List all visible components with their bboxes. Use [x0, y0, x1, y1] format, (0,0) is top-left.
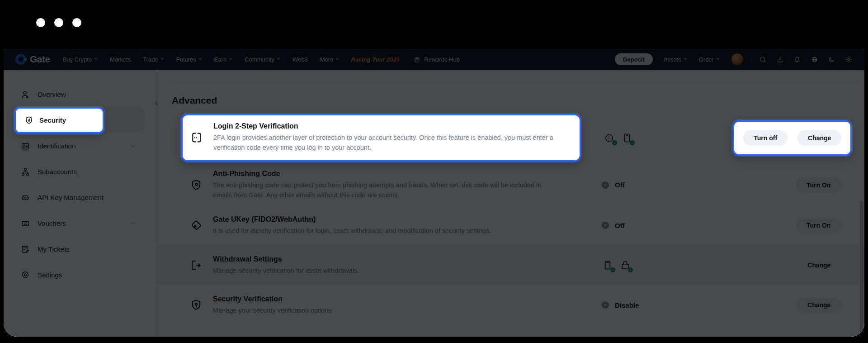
row-title: Login 2-Step Verification	[213, 122, 571, 130]
row-description: 2FA login provides another layer of prot…	[213, 133, 555, 152]
two-factor-icon	[190, 131, 203, 144]
sidebar-active-card[interactable]: Security	[14, 107, 104, 133]
window-control-dot[interactable]	[72, 18, 81, 27]
dim-overlay	[4, 49, 864, 337]
spotlight-row-card: Login 2-Step Verification2FA login provi…	[181, 114, 581, 162]
shield-check-icon	[24, 115, 34, 125]
window-control-dot[interactable]	[36, 18, 45, 27]
change-button[interactable]: Change	[797, 130, 841, 146]
window-control-dot[interactable]	[54, 18, 63, 27]
spotlight-actions-card: Turn offChange	[733, 120, 852, 156]
row-text: Login 2-Step Verification2FA login provi…	[213, 122, 571, 152]
browser-window: Gate Buy CryptoMarketsTradeFuturesEarnCo…	[4, 49, 864, 337]
turn-off-button[interactable]: Turn off	[743, 130, 788, 146]
sidebar-item-label: Security	[39, 116, 66, 124]
